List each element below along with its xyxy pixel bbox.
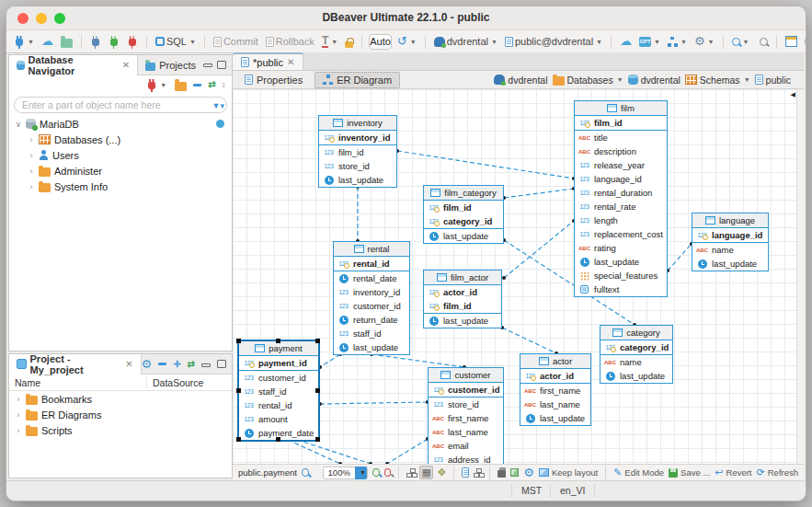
ai-assistant-button[interactable]: GPT▼ <box>637 35 662 49</box>
collapse-all-button[interactable] <box>158 363 166 365</box>
column-row-special_features[interactable]: special_features <box>575 269 667 282</box>
close-icon[interactable]: ✕ <box>125 359 132 369</box>
column-row-first_name[interactable]: ABCfirst_name <box>520 384 590 398</box>
column-row-rental_rate[interactable]: 123rental_rate <box>575 200 667 213</box>
tree-item-er-diagrams[interactable]: ›ER Diagrams <box>9 407 232 422</box>
new-connection-button[interactable]: ▼ <box>12 34 36 50</box>
user-profile-button[interactable] <box>803 32 806 52</box>
column-row-actor_id[interactable]: 123actor_id <box>424 285 501 299</box>
active-connection-combo[interactable]: dvdrental▼ <box>432 34 499 49</box>
chevron-right-icon[interactable]: › <box>28 182 35 191</box>
selection-handle[interactable] <box>236 339 241 343</box>
entity-header[interactable]: customer <box>429 368 503 383</box>
object-filter-input[interactable]: Enter a part of object name here <box>14 97 227 113</box>
column-row-language_id[interactable]: 123language_id <box>575 172 667 186</box>
column-row-store_id[interactable]: 123store_id <box>429 398 503 411</box>
rollback-button[interactable]: Rollback <box>264 34 316 49</box>
column-row-staff_id[interactable]: 123staff_id <box>239 385 318 398</box>
breadcrumb-item-databases-1[interactable]: Databases▼ <box>553 74 623 86</box>
column-row-last_update[interactable]: last_update <box>575 255 667 269</box>
chevron-right-icon[interactable]: › <box>15 410 22 420</box>
entity-header[interactable]: actor <box>520 354 590 369</box>
print-icon[interactable] <box>497 470 506 478</box>
minimize-panel-icon[interactable] <box>203 63 212 67</box>
entity-actor[interactable]: actor123actor_idABCfirst_nameABClast_nam… <box>520 353 591 426</box>
selection-handle[interactable] <box>276 339 280 343</box>
column-row-film_id[interactable]: 123film_id <box>575 116 667 130</box>
column-row-rating[interactable]: ABCrating <box>575 241 667 255</box>
column-row-email[interactable]: ABCemail <box>429 439 503 453</box>
keep-layout-button[interactable]: Keep layout <box>539 467 598 478</box>
entity-customer[interactable]: customer123customer_id123store_idABCfirs… <box>428 367 504 464</box>
chevron-right-icon[interactable]: › <box>28 151 35 160</box>
search-icon[interactable] <box>302 468 309 477</box>
settings-gear-icon[interactable]: ⚙ <box>523 467 534 478</box>
link-editor-button[interactable]: ⇄ <box>208 80 215 89</box>
column-header-name[interactable]: Name <box>9 377 147 388</box>
tasks-button[interactable]: ⚙▼ <box>692 34 716 49</box>
column-row-return_date[interactable]: return_date <box>334 313 409 327</box>
tree-item-users[interactable]: ›Users <box>9 147 232 163</box>
column-row-rental_duration[interactable]: 123rental_duration <box>575 186 667 200</box>
toggle-grid-button[interactable]: ▦ <box>419 466 432 479</box>
er-canvas[interactable]: inventory123inventory_id123film_id123sto… <box>233 89 798 464</box>
column-row-language_id[interactable]: 123language_id <box>692 228 768 242</box>
refresh-button[interactable]: ⟳Refresh <box>757 467 798 478</box>
column-row-payment_id[interactable]: 123payment_id <box>239 356 318 370</box>
column-row-rental_id[interactable]: 123rental_id <box>239 398 318 412</box>
chevron-right-icon[interactable]: › <box>15 426 22 435</box>
transaction-mode-button[interactable]: T▼ <box>320 34 339 50</box>
tree-item-system-info[interactable]: ›System Info <box>9 179 232 194</box>
breadcrumb-item-public-4[interactable]: public <box>755 75 791 86</box>
perspective-button[interactable] <box>783 34 799 49</box>
chevron-right-icon[interactable]: › <box>15 395 22 404</box>
transaction-log-button[interactable]: ↺▼ <box>395 34 418 49</box>
entity-inventory[interactable]: inventory123inventory_id123film_id123sto… <box>318 115 397 188</box>
edit-mode-button[interactable]: ✎Edit Mode <box>613 467 664 478</box>
column-row-customer_id[interactable]: 123customer_id <box>239 371 318 385</box>
collapse-all-button[interactable] <box>193 84 201 86</box>
close-icon[interactable]: ✕ <box>122 60 130 70</box>
selection-handle[interactable] <box>276 437 280 442</box>
maximize-panel-icon[interactable] <box>217 61 226 69</box>
tab-project[interactable]: Project - My_project✕ <box>9 354 142 374</box>
filter-icon[interactable]: ▼▾ <box>212 101 224 110</box>
column-row-film_id[interactable]: 123film_id <box>319 145 396 159</box>
selection-handle[interactable] <box>315 339 320 343</box>
diagram-tools-button[interactable]: ▼ <box>666 35 689 49</box>
column-row-title[interactable]: ABCtitle <box>575 131 667 144</box>
column-row-rental_id[interactable]: 123rental_id <box>334 257 409 271</box>
column-row-name[interactable]: ABCname <box>600 355 672 369</box>
entity-film_category[interactable]: film_category123film_id123category_idlas… <box>423 185 504 244</box>
arrange-icon[interactable]: ✥ <box>438 467 446 478</box>
entity-add-icon[interactable] <box>474 468 482 478</box>
cloud-connection-button[interactable]: ☁ <box>40 35 55 48</box>
save-button[interactable]: Save ... <box>669 467 710 478</box>
entity-header[interactable]: inventory <box>319 116 396 131</box>
tree-item-bookmarks[interactable]: ›Bookmarks <box>9 391 232 407</box>
column-row-last_update[interactable]: last_update <box>600 369 672 383</box>
chevron-down-icon[interactable]: ▼ <box>744 76 750 83</box>
commit-button[interactable]: Commit <box>212 34 260 49</box>
tab-projects[interactable]: Projects <box>138 55 203 75</box>
global-search-button[interactable] <box>758 36 770 48</box>
revert-button[interactable]: ↩Revert <box>715 467 751 478</box>
open-connection-folder-button[interactable] <box>59 34 74 50</box>
breadcrumb-item-dvdrental-0[interactable]: dvdrental <box>494 75 547 86</box>
chevron-down-icon[interactable]: ∨ <box>15 120 22 129</box>
selection-handle[interactable] <box>236 388 241 393</box>
column-row-last_name[interactable]: ABClast_name <box>429 425 503 439</box>
column-row-release_year[interactable]: 123release_year <box>575 158 667 172</box>
column-row-film_id[interactable]: 123film_id <box>424 201 503 214</box>
column-row-rental_date[interactable]: rental_date <box>334 271 409 285</box>
commit-mode-combo[interactable]: Auto <box>369 34 392 50</box>
tab-database-navigator[interactable]: Database Navigator✕ <box>9 55 138 75</box>
chevron-down-icon[interactable]: ▼ <box>355 467 367 479</box>
reconnect-button[interactable] <box>107 34 121 50</box>
zoom-out-icon[interactable] <box>384 468 392 477</box>
maximize-panel-icon[interactable] <box>217 360 226 368</box>
column-row-last_update[interactable]: last_update <box>319 173 396 187</box>
lock-button[interactable] <box>343 34 355 50</box>
entity-rental[interactable]: rental123rental_idrental_date123inventor… <box>333 241 410 355</box>
palette-collapse-icon[interactable]: ◀ <box>791 91 795 98</box>
